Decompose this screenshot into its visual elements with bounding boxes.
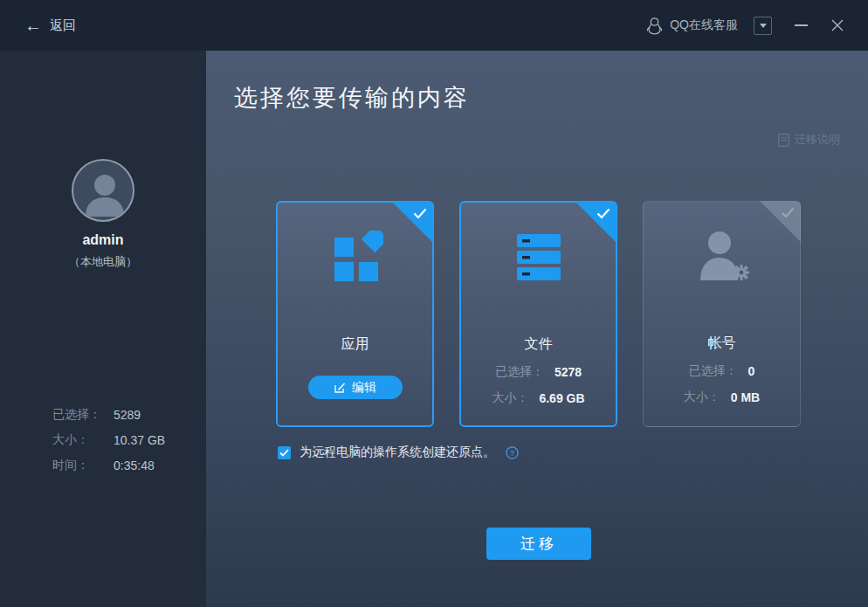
stat-selected-value: 5289 xyxy=(114,408,141,422)
close-icon xyxy=(831,19,844,31)
machine-label: （本地电脑） xyxy=(0,254,206,270)
content-cards: 应用 编辑 xyxy=(276,201,801,427)
stat-size-value: 10.37 GB xyxy=(114,433,165,447)
card-accounts[interactable]: 帐号 已选择： 0 大小： 0 MB xyxy=(643,201,801,427)
qq-support-label: QQ在线客服 xyxy=(670,17,738,33)
user-avatar xyxy=(72,159,134,222)
card-files-name: 文件 xyxy=(461,335,616,354)
stacked-drives-icon xyxy=(511,231,567,286)
app-grid-icon xyxy=(327,231,383,286)
main-panel: 选择您要传输的内容 迁移说明 应用 xyxy=(206,51,868,607)
accounts-selected-row: 已选择： 0 xyxy=(644,362,800,381)
stat-time-label: 时间： xyxy=(52,458,114,473)
stat-selected-label: 已选择： xyxy=(52,407,114,423)
person-gear-icon xyxy=(693,230,751,286)
app-window: ← 返回 QQ在线客服 xyxy=(0,0,868,607)
accounts-size-value: 0 MB xyxy=(731,390,760,404)
migration-note-link[interactable]: 迁移说明 xyxy=(778,132,840,148)
restore-point-label: 为远程电脑的操作系统创建还原点。 xyxy=(300,445,495,460)
transfer-button[interactable]: 迁移 xyxy=(486,528,591,560)
svg-text:?: ? xyxy=(510,448,514,457)
restore-point-checkbox[interactable] xyxy=(278,446,291,459)
stat-time-value: 0:35:48 xyxy=(114,459,155,472)
stat-size-label: 大小： xyxy=(52,432,114,448)
check-icon xyxy=(596,208,610,219)
minimize-icon xyxy=(795,24,808,26)
edit-applications-button[interactable]: 编辑 xyxy=(308,376,403,399)
restore-point-row: 为远程电脑的操作系统创建还原点。 ? xyxy=(278,445,519,460)
card-files[interactable]: 文件 已选择： 5278 大小： 6.69 GB xyxy=(459,201,617,427)
accounts-size-label: 大小： xyxy=(684,390,720,405)
files-selected-value: 5278 xyxy=(555,365,582,379)
sidebar: admin （本地电脑） 已选择： 5289 大小： 10.37 GB 时间： … xyxy=(0,51,206,607)
qq-support-link[interactable]: QQ在线客服 xyxy=(646,17,738,35)
files-size-row: 大小： 6.69 GB xyxy=(461,389,616,408)
minimize-button[interactable] xyxy=(795,0,809,51)
titlebar-controls: QQ在线客服 xyxy=(646,0,847,51)
back-button[interactable]: ← 返回 xyxy=(24,0,76,51)
person-silhouette-icon xyxy=(80,171,129,217)
files-size-label: 大小： xyxy=(492,390,528,406)
accounts-selected-label: 已选择： xyxy=(689,363,738,379)
close-button[interactable] xyxy=(831,0,847,51)
card-applications[interactable]: 应用 编辑 xyxy=(276,201,434,427)
titlebar: ← 返回 QQ在线客服 xyxy=(0,0,868,51)
edit-button-label: 编辑 xyxy=(352,380,376,396)
edit-pencil-icon xyxy=(334,382,346,394)
qq-penguin-icon xyxy=(646,17,663,35)
stat-selected: 已选择： 5289 xyxy=(52,402,165,427)
files-selected-row: 已选择： 5278 xyxy=(461,362,616,382)
sidebar-stats: 已选择： 5289 大小： 10.37 GB 时间： 0:35:48 xyxy=(52,402,165,478)
document-icon xyxy=(778,134,789,147)
card-accounts-name: 帐号 xyxy=(644,335,800,353)
back-label: 返回 xyxy=(50,17,76,34)
card-files-stats: 已选择： 5278 大小： 6.69 GB xyxy=(461,362,616,415)
stat-size: 大小： 10.37 GB xyxy=(52,427,165,452)
card-accounts-stats: 已选择： 0 大小： 0 MB xyxy=(644,362,800,414)
files-selected-label: 已选择： xyxy=(495,364,544,380)
check-icon xyxy=(413,208,427,219)
page-title: 选择您要传输的内容 xyxy=(234,82,470,114)
help-icon[interactable]: ? xyxy=(506,446,519,459)
dropdown-triangle-icon xyxy=(760,24,767,28)
stat-time: 时间： 0:35:48 xyxy=(52,452,165,478)
check-icon xyxy=(781,207,795,218)
window-dropdown-button[interactable] xyxy=(754,17,772,35)
accounts-size-row: 大小： 0 MB xyxy=(644,388,800,407)
card-applications-name: 应用 xyxy=(278,335,432,354)
check-icon xyxy=(279,449,289,457)
accounts-selected-value: 0 xyxy=(748,364,755,378)
files-size-value: 6.69 GB xyxy=(539,391,584,405)
username: admin xyxy=(0,232,206,248)
migration-note-label: 迁移说明 xyxy=(795,132,840,148)
back-arrow-icon: ← xyxy=(24,17,42,34)
